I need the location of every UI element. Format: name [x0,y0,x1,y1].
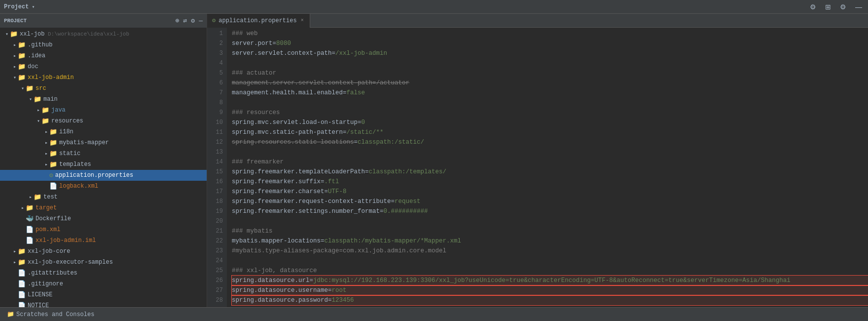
code-line-18: spring.freemarker.request-context-attrib… [232,197,868,206]
code-line-26: spring.datasource.url=jdbc:mysql://192.1… [232,276,868,285]
tree-item-pom-admin[interactable]: 📄pom.xml [0,224,207,235]
tree-item-logback.xml[interactable]: 📄logback.xml [0,181,207,192]
tree-arrow: ▸ [20,205,26,211]
line-number-10: 10 [207,118,223,127]
tree-item-gitattributes[interactable]: 📄.gitattributes [0,268,207,279]
sidebar-icons: ⊕ ⇄ ⚙ — [176,17,203,25]
line-number-6: 6 [207,78,223,88]
prop-value: UTF-8 [328,187,347,197]
tree-item-main[interactable]: ▾📁main [0,94,207,105]
code-line-21: ### mybatis [232,226,868,236]
prop-value-hl: 123456 [332,295,354,305]
line-number-26: 26 [207,276,223,285]
tree-icon: 📁 [49,150,57,158]
tree-label: main [43,96,58,103]
code-line-20 [232,216,868,226]
tree-item-LICENSE[interactable]: 📄LICENSE [0,289,207,300]
sidebar-icon-4[interactable]: — [199,17,203,25]
prop-value: 0 [362,118,365,127]
tree-label: xxl-job-admin.iml [36,237,96,244]
code-line-6: management.server.servlet.context-path=/… [232,78,868,88]
tree-label: mybatis-mapper [59,139,109,146]
line-number-9: 9 [207,108,223,118]
tree-icon: 📄 [18,269,26,277]
settings-icon[interactable]: ⚙ [808,2,818,12]
prop-key: server.servlet.context-path [232,48,332,58]
sidebar-icon-1[interactable]: ⊕ [176,17,180,25]
bottom-scratches-item[interactable]: 📁 Scratches and Consoles [4,309,97,320]
prop-key: management.health.mail.enabled [232,88,343,98]
tree-item-test[interactable]: ▸📁test [0,192,207,202]
tree-item-target[interactable]: ▸📁target [0,202,207,213]
title-bar-actions: ⚙ ⊞ ⚙ — [808,2,864,12]
prop-value: 8080 [276,39,291,48]
tab-close-button[interactable]: × [300,17,305,24]
tree-icon: 📁 [18,63,26,71]
line-number-21: 21 [207,226,223,236]
tree-arrow: ▸ [43,140,49,146]
sidebar: Project ⊕ ⇄ ⚙ — ▾📁xxl-job D:\workspace\i… [0,14,207,307]
tree-arrow: ▾ [28,96,34,102]
tree-item-resources[interactable]: ▾📁resources [0,116,207,126]
tree-item-mybatis-mapper[interactable]: ▸📁mybatis-mapper [0,137,207,148]
gear-icon[interactable]: ⚙ [838,2,848,12]
tree-item-doc[interactable]: ▸📁doc [0,61,207,72]
tree-icon: 📁 [18,258,26,266]
tree-label: src [36,85,46,92]
tree-label: .idea [28,52,45,59]
tree-icon: 📁 [10,30,18,38]
line-numbers: 1234567891011121314151617181920212223242… [207,28,227,307]
tree-label: .gitignore [28,281,63,287]
code-line-25: ### xxl-job, datasource [232,266,868,276]
title-bar: Project ▾ ⚙ ⊞ ⚙ — [0,0,868,14]
tree-label: test [43,194,58,201]
prop-key: spring.freemarker.charset [232,187,325,197]
tree-item-static[interactable]: ▸📁static [0,148,207,159]
tree-icon: 📄 [18,291,26,299]
code-line-2: server.port=8080 [232,39,868,48]
prop-value-hl: jdbc:mysql://192.168.223.139:3306/xxl_jo… [313,276,791,285]
tree-item-xxl-job-admin-iml[interactable]: 📄xxl-job-admin.iml [0,235,207,246]
comment-text: ### actuator [232,68,276,78]
tree-item-xxl-job-core[interactable]: ▸📁xxl-job-core [0,246,207,257]
code-line-8 [232,98,868,108]
tree-item-Dockerfile[interactable]: 🐳Dockerfile [0,213,207,224]
prop-value: .ftl [325,177,339,187]
line-number-28: 28 [207,295,223,305]
tree-item-xxl-job-admin[interactable]: ▾📁xxl-job-admin [0,72,207,83]
tree-item-gitignore[interactable]: 📄.gitignore [0,279,207,289]
code-area[interactable]: ### webserver.port=8080server.servlet.co… [227,28,868,307]
tree-label: resources [51,118,83,124]
tree-item-xxl-job[interactable]: ▾📁xxl-job D:\workspace\idea\xxl-job [0,29,207,40]
tree-item-templates[interactable]: ▸📁templates [0,159,207,170]
sidebar-icon-2[interactable]: ⇄ [183,17,187,25]
tree-item-java[interactable]: ▸📁java [0,105,207,116]
line-number-2: 2 [207,39,223,48]
tree-item-NOTICE[interactable]: 📄NOTICE [0,300,207,307]
tree-item-src[interactable]: ▾📁src [0,83,207,94]
tree-arrow: ▾ [20,85,26,91]
prop-value: 0.########## [384,206,428,216]
tree-item-github[interactable]: ▸📁.github [0,40,207,50]
tree-item-xxl-job-executor-samples[interactable]: ▸📁xxl-job-executor-samples [0,257,207,268]
sidebar-icon-3[interactable]: ⚙ [191,17,195,25]
minimize-icon[interactable]: — [853,2,864,12]
tree-arrow: ▸ [28,194,34,200]
layout-icon[interactable]: ⊞ [823,2,833,12]
scratches-label: Scratches and Consoles [16,311,94,318]
prop-value: /xxl-job-admin [335,48,387,58]
active-tab[interactable]: ⚙ application.properties × [207,14,310,28]
line-number-20: 20 [207,216,223,226]
prop-key: server.port [232,39,273,48]
tree-item-application.properties[interactable]: ⚙application.properties [0,170,207,181]
tree-label: xxl-job-core [28,248,70,255]
tree-item-i18n[interactable]: ▸📁i18n [0,126,207,137]
project-dropdown-icon[interactable]: ▾ [32,4,35,10]
tree-icon: 📁 [41,106,49,114]
hash-comment: #mybatis.type-aliases-package=com.xxl.jo… [232,246,446,256]
line-number-14: 14 [207,157,223,167]
prop-key-hl: spring.datasource.password [232,295,328,305]
prop-key-strike: management.server.servlet.context-path [232,78,372,88]
line-number-23: 23 [207,246,223,256]
tree-item-idea[interactable]: ▸📁.idea [0,50,207,61]
